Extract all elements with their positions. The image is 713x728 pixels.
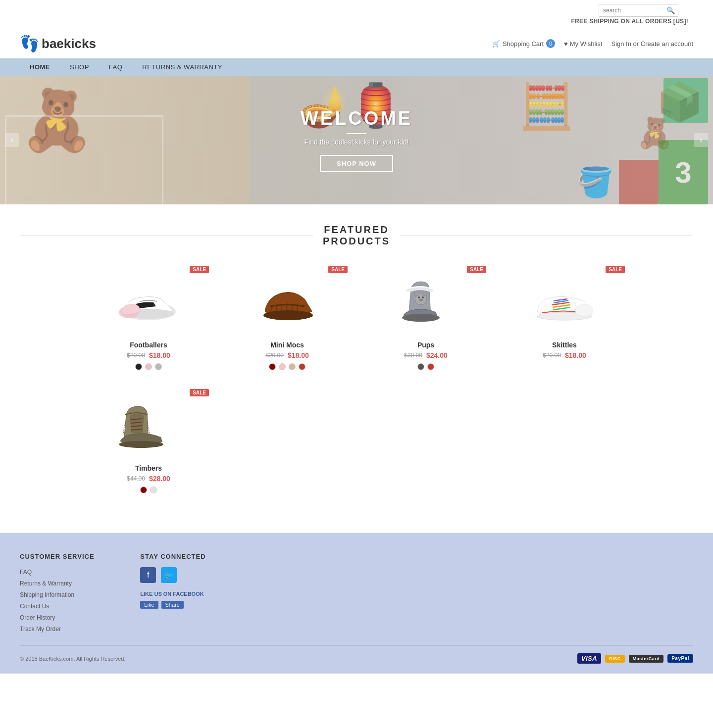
sign-in-link[interactable]: Sign In: [611, 40, 631, 48]
color-swatch[interactable]: [145, 363, 152, 370]
product-card-footballers: SALE Footballers: [84, 262, 213, 375]
product-name-skittles: Skittles: [505, 341, 624, 349]
create-account-link[interactable]: Create an account: [641, 40, 693, 48]
product-name-footballers: Footballers: [89, 341, 208, 349]
cart-button[interactable]: 🛒 Shopping Cart 0: [492, 39, 555, 48]
payment-icons: VISA DISC MasterCard PayPal: [577, 653, 693, 664]
mini-mocs-shoe-svg: [255, 274, 319, 329]
footer-divider: [20, 645, 693, 646]
color-swatch[interactable]: [155, 363, 162, 370]
product-card-pups: SALE: [361, 262, 490, 375]
product-image-skittles[interactable]: [505, 267, 624, 336]
footer-link-track-order[interactable]: Track My Order: [20, 626, 61, 632]
color-swatches-pups: [366, 363, 485, 370]
wishlist-button[interactable]: ♥ My Wishlist: [564, 40, 602, 48]
facebook-like-widget: Like Share: [140, 601, 246, 609]
footer-stay-connected: STAY CONNECTED f 🐦 LIKE US ON FACEBOOK L…: [140, 553, 246, 635]
search-wrap: 🔍: [599, 4, 678, 17]
product-card-skittles: SALE: [500, 262, 629, 375]
facebook-button[interactable]: f: [140, 567, 156, 583]
nav-shop[interactable]: SHOP: [60, 58, 99, 76]
color-swatches-timbers: [89, 486, 208, 493]
heart-icon: ♥: [564, 40, 568, 48]
svg-point-4: [402, 314, 440, 322]
color-swatch[interactable]: [417, 363, 424, 370]
social-icons: f 🐦: [140, 567, 246, 583]
hero-prev-button[interactable]: ‹: [5, 133, 19, 147]
wishlist-label: My Wishlist: [570, 40, 603, 48]
color-swatch[interactable]: [135, 363, 142, 370]
sale-badge: SALE: [190, 389, 209, 396]
svg-point-3: [263, 310, 313, 320]
footer-sc-title: STAY CONNECTED: [140, 553, 246, 560]
color-swatch[interactable]: [279, 363, 286, 370]
price-original-timbers: $44.00: [127, 475, 145, 482]
search-input[interactable]: [599, 5, 663, 16]
skittles-shoe-svg: [530, 274, 599, 329]
footer: CUSTOMER SERVICE FAQ Returns & Warranty …: [0, 533, 713, 674]
color-swatches-mini-mocs: [228, 363, 347, 370]
color-swatch[interactable]: [150, 486, 157, 493]
footer-copyright: © 2018 BaeKicks.com. All Rights Reserved…: [20, 656, 126, 662]
color-swatch[interactable]: [427, 363, 434, 370]
product-name-mini-mocs: Mini Mocs: [228, 341, 347, 349]
color-swatch[interactable]: [269, 363, 276, 370]
footer-link-faq[interactable]: FAQ: [20, 569, 32, 576]
price-original-skittles: $20.00: [543, 352, 561, 359]
svg-point-7: [422, 296, 424, 298]
product-image-pups[interactable]: [366, 267, 485, 336]
header-actions: 🛒 Shopping Cart 0 ♥ My Wishlist Sign In …: [492, 39, 693, 48]
shop-now-button[interactable]: SHOP NOW: [320, 155, 393, 172]
footer-link-order-history[interactable]: Order History: [20, 614, 55, 621]
product-prices-pups: $30.00 $24.00: [366, 351, 485, 359]
footer-link-contact[interactable]: Contact Us: [20, 603, 49, 610]
sign-in-area: Sign In or Create an account: [611, 40, 693, 48]
pups-shoe-svg: [394, 272, 458, 331]
fb-share-button[interactable]: Share: [161, 601, 184, 609]
product-prices-skittles: $20.00 $18.00: [505, 351, 624, 359]
hero-subtitle: Find the coolest kicks for your kid!: [301, 138, 412, 146]
footer-bottom: © 2018 BaeKicks.com. All Rights Reserved…: [20, 653, 693, 664]
logo[interactable]: 👣 baekicks: [20, 34, 96, 53]
footballers-shoe-svg: [116, 277, 181, 326]
price-original-mini-mocs: $20.00: [265, 352, 284, 359]
product-prices-timbers: $44.00 $28.00: [89, 475, 208, 483]
svg-point-9: [414, 291, 419, 296]
products-grid-row1: SALE Footballers: [84, 262, 629, 375]
price-sale-pups: $24.00: [426, 351, 448, 359]
main-nav: HOME SHOP FAQ RETURNS & WARRANTY: [0, 58, 713, 76]
footer-top: CUSTOMER SERVICE FAQ Returns & Warranty …: [20, 553, 366, 635]
product-card-timbers: SALE: [84, 385, 213, 498]
discover-icon: DISC: [605, 655, 625, 663]
color-swatch[interactable]: [299, 363, 306, 370]
product-image-timbers[interactable]: [89, 390, 208, 459]
nav-home[interactable]: HOME: [20, 58, 60, 76]
featured-section: FEATUREDPRODUCTS SALE: [0, 204, 713, 513]
color-swatches-footballers: [89, 363, 208, 370]
color-swatch[interactable]: [140, 486, 147, 493]
hero-next-button[interactable]: ›: [694, 133, 708, 147]
nav-returns[interactable]: RETURNS & WARRANTY: [132, 58, 232, 76]
paypal-icon: PayPal: [667, 654, 693, 663]
hero-content: WELCOME Find the coolest kicks for your …: [301, 108, 412, 172]
twitter-button[interactable]: 🐦: [161, 567, 177, 583]
product-card-mini-mocs: SALE Mini Mocs $20.00 $18.00: [223, 262, 352, 375]
price-original-pups: $30.00: [404, 352, 422, 359]
footer-cs-title: CUSTOMER SERVICE: [20, 553, 125, 560]
product-image-footballers[interactable]: [89, 267, 208, 336]
products-grid-row2: SALE: [84, 385, 629, 498]
search-button[interactable]: 🔍: [663, 4, 678, 16]
nav-faq[interactable]: FAQ: [99, 58, 133, 76]
fb-like-button[interactable]: Like: [140, 601, 158, 609]
footer-link-returns[interactable]: Returns & Warranty: [20, 580, 72, 587]
facebook-page-link[interactable]: LIKE US ON FACEBOOK: [140, 591, 204, 597]
product-image-mini-mocs[interactable]: [228, 267, 347, 336]
footer-link-shipping[interactable]: Shipping Information: [20, 591, 74, 598]
featured-title-text: FEATUREDPRODUCTS: [323, 224, 390, 247]
sale-badge: SALE: [606, 266, 625, 273]
product-name-pups: Pups: [366, 341, 485, 349]
hero-title: WELCOME: [301, 108, 412, 129]
sale-badge: SALE: [328, 266, 348, 273]
timbers-shoe-svg: [116, 395, 181, 454]
color-swatch[interactable]: [289, 363, 296, 370]
